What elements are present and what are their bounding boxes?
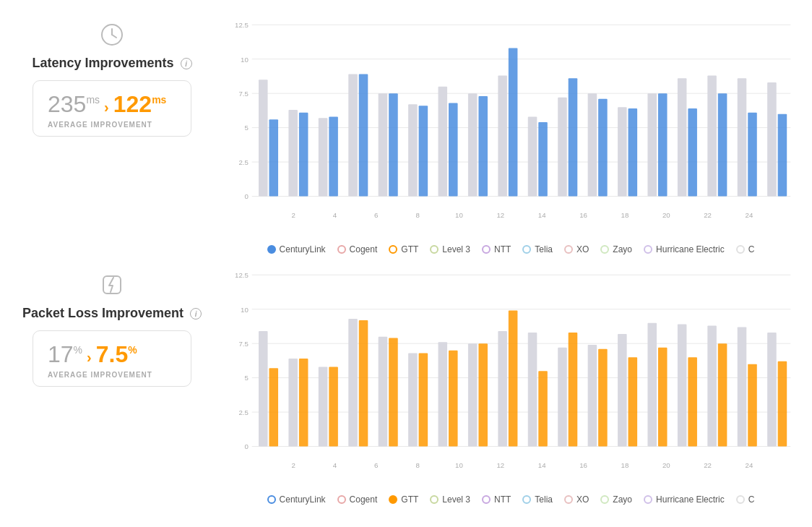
- legend-item[interactable]: GTT: [389, 244, 418, 254]
- svg-text:16: 16: [579, 461, 587, 469]
- svg-rect-107: [538, 371, 548, 446]
- svg-rect-102: [468, 343, 478, 446]
- svg-rect-104: [498, 331, 507, 446]
- legend-item[interactable]: Level 3: [430, 244, 470, 254]
- packet-title: Packet Loss Improvement i: [22, 305, 202, 322]
- legend-item[interactable]: Hurricane Electric: [644, 244, 725, 254]
- legend-item[interactable]: NTT: [482, 244, 511, 254]
- svg-text:18: 18: [621, 211, 629, 219]
- svg-text:18: 18: [621, 461, 629, 469]
- legend-label: Level 3: [442, 494, 470, 505]
- legend-item[interactable]: Zayo: [600, 244, 632, 254]
- svg-rect-116: [678, 325, 687, 447]
- svg-rect-96: [379, 337, 388, 447]
- packet-chart-wrapper: 02.557.51012.524681012141618202224: [224, 265, 798, 489]
- latency-after-value: 122ms: [113, 91, 167, 118]
- svg-rect-27: [259, 80, 268, 196]
- legend-item[interactable]: GTT: [389, 494, 418, 505]
- svg-text:12: 12: [496, 211, 504, 219]
- legend-label: Telia: [535, 244, 553, 254]
- legend-item[interactable]: Cogent: [337, 494, 378, 505]
- svg-rect-112: [618, 334, 627, 447]
- latency-arrow: ›: [104, 99, 109, 116]
- svg-text:12: 12: [496, 461, 504, 469]
- svg-text:14: 14: [538, 461, 546, 469]
- legend-dot: [564, 495, 573, 504]
- svg-text:2.5: 2.5: [238, 158, 248, 166]
- svg-rect-48: [569, 78, 578, 196]
- svg-rect-62: [778, 114, 787, 197]
- legend-label: Level 3: [442, 244, 470, 254]
- svg-rect-47: [558, 98, 567, 197]
- legend-item[interactable]: Level 3: [430, 494, 470, 505]
- latency-stat-box: 235ms › 122ms AVERAGE IMPROVEMENT: [33, 80, 191, 137]
- svg-rect-94: [348, 319, 358, 447]
- legend-item[interactable]: Telia: [522, 244, 553, 254]
- svg-rect-40: [449, 103, 458, 196]
- latency-avg-label: AVERAGE IMPROVEMENT: [48, 121, 176, 129]
- legend-dot: [389, 495, 397, 504]
- svg-text:8: 8: [415, 211, 419, 219]
- svg-text:0: 0: [244, 442, 248, 450]
- svg-text:20: 20: [662, 211, 670, 219]
- latency-section: Latency Improvements i 235ms › 122ms AVE…: [7, 14, 805, 257]
- svg-rect-108: [558, 348, 567, 447]
- main-container: Latency Improvements i 235ms › 122ms AVE…: [0, 0, 812, 522]
- svg-text:5: 5: [244, 374, 248, 382]
- legend-label: CenturyLink: [280, 244, 326, 254]
- legend-item[interactable]: C: [736, 494, 755, 505]
- packet-arrow: ›: [87, 349, 92, 366]
- svg-text:16: 16: [579, 211, 587, 219]
- svg-text:0: 0: [244, 192, 248, 200]
- svg-rect-103: [478, 343, 488, 446]
- legend-item[interactable]: CenturyLink: [267, 244, 326, 254]
- svg-text:24: 24: [746, 461, 753, 469]
- svg-rect-111: [598, 349, 608, 447]
- svg-rect-97: [389, 338, 398, 447]
- legend-dot: [644, 495, 652, 504]
- svg-text:2.5: 2.5: [238, 408, 248, 416]
- legend-item[interactable]: XO: [564, 494, 589, 505]
- latency-info-icon[interactable]: i: [181, 58, 192, 69]
- legend-dot: [430, 495, 439, 504]
- svg-rect-57: [707, 76, 717, 197]
- svg-rect-121: [748, 364, 757, 447]
- bolt-icon: [99, 272, 125, 301]
- svg-rect-52: [629, 108, 638, 196]
- svg-text:7.5: 7.5: [238, 90, 248, 98]
- svg-text:10: 10: [455, 461, 463, 469]
- legend-dot: [644, 245, 652, 254]
- svg-rect-91: [299, 359, 308, 446]
- svg-text:2: 2: [291, 461, 295, 469]
- packet-info-icon[interactable]: i: [190, 308, 202, 320]
- legend-item[interactable]: Hurricane Electric: [644, 494, 725, 505]
- svg-rect-43: [498, 76, 507, 197]
- svg-rect-51: [618, 107, 627, 196]
- legend-label: Hurricane Electric: [656, 244, 725, 254]
- legend-dot: [267, 245, 276, 254]
- svg-rect-44: [509, 48, 518, 197]
- packet-left-panel: Packet Loss Improvement i 17% › 7.5% AVE…: [7, 265, 217, 387]
- legend-item[interactable]: Cogent: [337, 244, 378, 254]
- svg-rect-99: [419, 353, 428, 446]
- legend-item[interactable]: Zayo: [600, 494, 632, 505]
- latency-before-value: 235ms: [48, 91, 100, 118]
- legend-item[interactable]: Telia: [522, 494, 553, 505]
- svg-rect-30: [299, 113, 308, 197]
- latency-stat-numbers: 235ms › 122ms: [48, 91, 176, 118]
- svg-rect-38: [419, 106, 428, 196]
- svg-rect-35: [379, 93, 388, 196]
- svg-rect-106: [528, 333, 537, 447]
- svg-rect-119: [718, 343, 727, 446]
- svg-rect-101: [449, 351, 458, 447]
- svg-rect-49: [588, 93, 597, 196]
- svg-rect-28: [269, 119, 278, 196]
- legend-dot: [522, 495, 531, 504]
- packet-avg-label: AVERAGE IMPROVEMENT: [48, 371, 176, 379]
- legend-item[interactable]: C: [736, 244, 755, 254]
- svg-rect-46: [538, 122, 548, 196]
- legend-item[interactable]: NTT: [482, 494, 511, 505]
- legend-item[interactable]: XO: [564, 244, 589, 254]
- legend-item[interactable]: CenturyLink: [267, 494, 326, 505]
- legend-dot: [600, 495, 609, 504]
